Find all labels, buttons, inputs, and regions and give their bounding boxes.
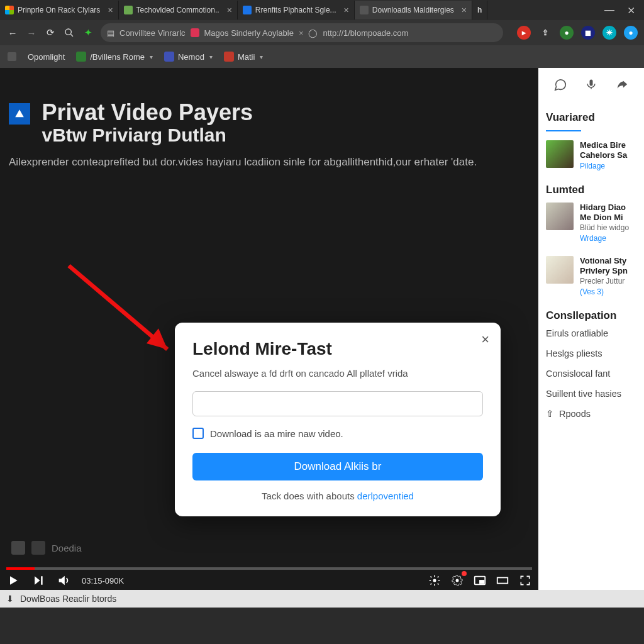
- list-item[interactable]: Consislocal fant: [546, 369, 636, 379]
- mic-icon[interactable]: [585, 78, 597, 95]
- dialog-body: Cancel alswaye a fd drft on cancado All …: [192, 368, 483, 379]
- close-icon[interactable]: ×: [108, 5, 113, 15]
- bookmark-item[interactable]: /Bvillens Rome ▾: [76, 52, 153, 62]
- share-icon[interactable]: [615, 78, 629, 95]
- reload-icon[interactable]: ⟳: [44, 26, 57, 39]
- card-title: Me Dion Mi: [580, 213, 629, 223]
- url-text: nttp://1/blompoade.com: [323, 28, 408, 38]
- site-info-icon[interactable]: ▤: [107, 28, 114, 38]
- heading-underline: [546, 130, 581, 131]
- browser-tab-active[interactable]: Downloadls Malditergies ×: [355, 1, 472, 19]
- share-icon[interactable]: ⇪: [538, 26, 552, 40]
- favicon-icon: [76, 52, 86, 62]
- quality-icon[interactable]: [450, 574, 464, 587]
- card-sub: Precler Juttur: [580, 277, 625, 286]
- browser-tab[interactable]: Prinprle On Rack Clylars ×: [0, 1, 119, 19]
- browser-tab-overflow[interactable]: h: [472, 1, 487, 19]
- close-icon[interactable]: ×: [227, 5, 232, 15]
- vpn-icon[interactable]: ✦: [82, 26, 94, 39]
- video-player-bar: Doedia 03:15-090K: [0, 541, 538, 590]
- play-icon[interactable]: [6, 574, 20, 587]
- bookmark-item[interactable]: Matii ▾: [224, 52, 263, 62]
- watermark: Doedia: [11, 541, 82, 555]
- close-icon[interactable]: ×: [344, 5, 349, 15]
- sidebar-card[interactable]: Medica Bire Cahelors Sa Pildage: [546, 140, 636, 171]
- miniplayer-icon[interactable]: [473, 574, 487, 587]
- extension-icon[interactable]: ●: [624, 26, 638, 40]
- dialog-title: Lelond Mire-Tast: [192, 339, 483, 359]
- settings-icon[interactable]: [428, 574, 441, 587]
- bookmark-label: /Bvillens Rome: [90, 52, 145, 62]
- tab-title: Techovlded Commotion..: [136, 6, 219, 14]
- download-button[interactable]: Download Alkiis br: [192, 453, 483, 480]
- favicon-icon: [124, 6, 133, 14]
- site-logo-icon: [9, 103, 30, 125]
- close-icon[interactable]: ×: [481, 331, 489, 348]
- status-text: DowlBoas Reaclir btords: [20, 594, 116, 604]
- clear-segment-icon[interactable]: ×: [299, 28, 304, 38]
- bookmark-item[interactable]: Opomlight: [28, 52, 65, 62]
- dialog-input[interactable]: [192, 391, 483, 416]
- list-item[interactable]: Eiruls oratliable: [546, 328, 636, 338]
- close-window-icon[interactable]: ⨯: [627, 4, 635, 16]
- watermark-icon: [31, 541, 45, 555]
- apps-icon[interactable]: [8, 52, 16, 61]
- search-icon[interactable]: [63, 26, 75, 39]
- chevron-down-icon: ▾: [209, 53, 213, 60]
- sidebar-card[interactable]: Hidarg Diao Me Dion Mi Blüd hie widgo Wr…: [546, 203, 636, 243]
- bookmark-label: Nemod: [178, 52, 204, 62]
- tab-title: Prinprle On Rack Clylars: [18, 6, 100, 14]
- browser-tab[interactable]: Rrenfits Plphacht Sgle... ×: [238, 1, 355, 19]
- page-description: Ailexprender conteaprefited but dor.vide…: [9, 155, 487, 170]
- extension-icon[interactable]: ●: [560, 26, 574, 40]
- sidebar-footer-item[interactable]: ⇧ Rpoods: [546, 409, 636, 419]
- extension-icon[interactable]: ◼: [581, 26, 595, 40]
- page-content: Privat Video Payers vBtw Priviarg Dutlan…: [0, 68, 644, 590]
- checkbox-label: Download is aa mire naw video.: [210, 428, 343, 439]
- close-icon[interactable]: ×: [462, 5, 467, 15]
- svg-rect-1: [590, 80, 593, 86]
- page-subtitle: vBtw Priviarg Dutlan: [42, 125, 253, 146]
- next-icon[interactable]: [31, 574, 45, 587]
- card-title: Cahelors Sa: [580, 150, 627, 160]
- progress-fill: [6, 567, 35, 570]
- bookmark-label: Matii: [238, 52, 255, 62]
- minimize-icon[interactable]: ―: [604, 4, 614, 16]
- tab-title: Downloadls Malditergies: [372, 6, 454, 14]
- theater-icon[interactable]: [496, 574, 509, 587]
- comment-icon[interactable]: [553, 78, 567, 95]
- progress-bar[interactable]: [6, 567, 532, 570]
- watermark-text: Doedia: [52, 543, 82, 553]
- card-sub: (Ves 3): [580, 287, 604, 296]
- extension-icon[interactable]: ✳: [602, 26, 616, 40]
- checkbox[interactable]: [192, 428, 204, 439]
- globe-icon: ◯: [308, 28, 318, 38]
- dialog-footer-link[interactable]: derlpoventied: [357, 491, 414, 501]
- bookmark-item[interactable]: Nemod ▾: [164, 52, 213, 62]
- sidebar-card[interactable]: Votional Sty Privlery Spn Precler Juttur…: [546, 256, 636, 297]
- notification-badge: [462, 571, 467, 576]
- forward-icon[interactable]: →: [25, 26, 38, 39]
- sidebar-heading: Consllepation: [546, 309, 636, 322]
- annotation-arrow-icon: [63, 260, 182, 379]
- chevron-down-icon: ▾: [260, 53, 263, 60]
- extensions: ▸ ⇪ ● ◼ ✳ ●: [517, 26, 638, 40]
- favicon-icon: [224, 52, 234, 62]
- tab-title: Rrenfits Plphacht Sgle...: [255, 6, 336, 14]
- back-icon[interactable]: ←: [6, 26, 19, 39]
- volume-icon[interactable]: [57, 574, 70, 587]
- card-title: Votional Sty: [580, 256, 628, 266]
- card-sub: Pildage: [580, 162, 605, 170]
- list-item[interactable]: Heslgs pliests: [546, 348, 636, 358]
- extension-icon[interactable]: ▸: [517, 26, 531, 40]
- thumbnail: [546, 203, 574, 230]
- chevron-down-icon: ▾: [150, 53, 153, 60]
- list-item[interactable]: Suillent tive hasies: [546, 389, 636, 399]
- address-bar[interactable]: ▤ Convilltee Vinrarlc Magos Sinderly Aoy…: [101, 23, 503, 42]
- card-sub: Wrdage: [580, 234, 606, 243]
- browser-tab[interactable]: Techovlded Commotion.. ×: [119, 1, 238, 19]
- card-title: Privlery Spn: [580, 266, 628, 276]
- download-indicator-icon[interactable]: ⬇: [6, 594, 14, 604]
- sidebar-heading: Vuariared: [546, 111, 636, 124]
- fullscreen-icon[interactable]: [518, 574, 532, 587]
